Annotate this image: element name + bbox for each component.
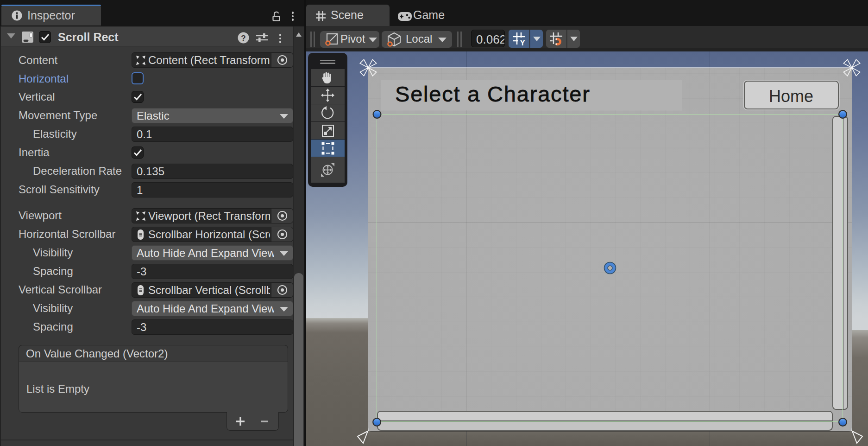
svg-text:?: ? (241, 34, 245, 43)
svg-text:Y: Y (520, 38, 526, 46)
